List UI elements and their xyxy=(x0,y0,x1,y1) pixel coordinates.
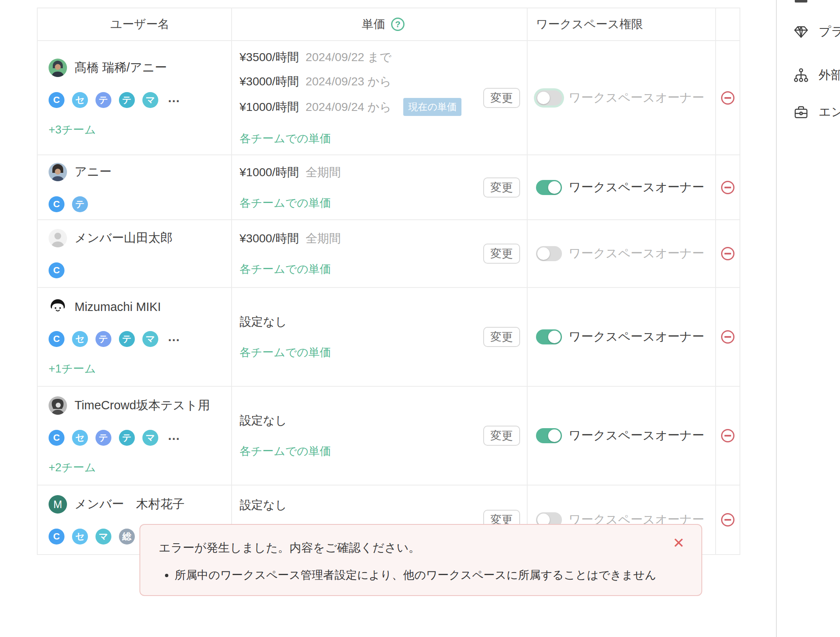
sidebar-item-enterprise[interactable]: エン xyxy=(793,104,840,121)
remove-user-icon[interactable] xyxy=(721,330,734,344)
actions-cell xyxy=(716,220,740,287)
change-rate-button[interactable]: 変更 xyxy=(483,426,520,446)
sidebar-divider xyxy=(776,0,777,637)
team-rate-link[interactable]: 各チームでの単価 xyxy=(240,444,527,459)
change-rate-button[interactable]: 変更 xyxy=(483,327,520,347)
avatar xyxy=(49,298,67,316)
more-badges-ellipsis[interactable]: … xyxy=(167,429,181,443)
user-name: メンバー山田太郎 xyxy=(75,230,173,247)
permission-cell: ワークスペースオーナー xyxy=(528,387,716,485)
toggle-knob xyxy=(548,181,561,194)
team-badge[interactable]: C xyxy=(49,92,64,108)
team-badge[interactable]: C xyxy=(49,196,64,212)
team-badge[interactable]: テ xyxy=(119,430,135,446)
team-badge-list: C テ xyxy=(49,196,231,212)
team-badge[interactable]: テ xyxy=(72,196,88,212)
user-name: メンバー 木村花子 xyxy=(75,496,185,513)
help-icon[interactable]: ? xyxy=(391,18,405,31)
user-cell: メンバー山田太郎 C xyxy=(38,220,232,287)
team-rate-link[interactable]: 各チームでの単価 xyxy=(240,345,527,360)
error-alert-item: 所属中のワークスペース管理者設定により、他のワークスペースに所属することはできま… xyxy=(175,568,683,583)
team-badge[interactable]: C xyxy=(49,262,64,278)
team-badge[interactable]: テ xyxy=(95,331,111,347)
error-alert-list: 所属中のワークスペース管理者設定により、他のワークスペースに所属することはできま… xyxy=(159,568,683,583)
remove-user-icon[interactable] xyxy=(721,513,734,527)
team-badge[interactable]: セ xyxy=(72,430,88,446)
col-header-actions xyxy=(716,8,740,40)
team-badge[interactable]: テ xyxy=(95,430,111,446)
remove-user-icon[interactable] xyxy=(721,247,734,260)
team-badge[interactable]: テ xyxy=(95,92,111,108)
table-header-row: ユーザー名 単価 ? ワークスペース権限 xyxy=(38,8,740,41)
change-rate-button[interactable]: 変更 xyxy=(483,88,520,108)
team-badge[interactable]: セ xyxy=(72,331,88,347)
team-badge[interactable]: C xyxy=(49,331,64,347)
team-badge[interactable]: マ xyxy=(142,331,158,347)
workspace-owner-toggle[interactable] xyxy=(536,246,562,261)
team-rate-link[interactable]: 各チームでの単価 xyxy=(240,262,527,277)
actions-cell xyxy=(716,155,740,219)
user-cell: 髙橋 瑞稀/アニー C セ テ テ マ … +3チーム xyxy=(38,41,232,154)
team-badge-list: C セ テ テ マ … xyxy=(49,92,231,108)
col-header-permission: ワークスペース権限 xyxy=(528,8,716,40)
rate-cell: ¥3000/時間全期間 各チームでの単価 変更 xyxy=(232,220,528,287)
user-name: アニー xyxy=(75,164,111,180)
toggle-knob xyxy=(537,92,550,104)
user-name: Mizumachi MIKI xyxy=(75,300,161,314)
remove-user-icon[interactable] xyxy=(721,91,734,105)
avatar: M xyxy=(49,495,67,514)
team-badge[interactable]: C xyxy=(49,529,64,545)
team-badge[interactable]: C xyxy=(49,430,64,446)
workspace-owner-toggle[interactable] xyxy=(536,90,562,105)
permission-cell: ワークスペースオーナー xyxy=(528,288,716,386)
team-badge[interactable]: テ xyxy=(119,331,135,347)
sidebar-item-plan[interactable]: プラ xyxy=(793,23,840,40)
team-rate-link[interactable]: 各チームでの単価 xyxy=(240,131,527,146)
team-rate-link[interactable]: 各チームでの単価 xyxy=(240,195,527,211)
permission-label: ワークスペースオーナー xyxy=(569,245,704,262)
permission-label: ワークスペースオーナー xyxy=(569,179,704,196)
team-badge[interactable]: テ xyxy=(119,92,135,108)
table-row: TimeCrowd坂本テスト用 C セ テ テ マ … +2チーム 設定なし 各… xyxy=(38,387,740,485)
rate-cell: ¥3500/時間2024/09/22 まで ¥3000/時間2024/09/23… xyxy=(232,41,528,154)
sidebar-item-label: 外部 xyxy=(819,67,840,84)
partial-top-icon xyxy=(795,0,807,3)
team-badge[interactable]: 総 xyxy=(119,529,135,545)
change-rate-button[interactable]: 変更 xyxy=(483,177,520,198)
team-badge[interactable]: セ xyxy=(72,529,88,545)
permission-label: ワークスペースオーナー xyxy=(569,427,704,444)
toggle-knob xyxy=(548,429,561,442)
team-badge[interactable]: マ xyxy=(142,92,158,108)
team-badge[interactable]: マ xyxy=(95,529,111,545)
avatar xyxy=(49,163,67,181)
col-header-user: ユーザー名 xyxy=(38,8,232,40)
remove-user-icon[interactable] xyxy=(721,429,734,442)
user-cell: TimeCrowd坂本テスト用 C セ テ テ マ … +2チーム xyxy=(38,387,232,485)
permission-cell: ワークスペースオーナー xyxy=(528,155,716,219)
error-alert: エラーが発生しました。内容をご確認ください。 ✕ 所属中のワークスペース管理者設… xyxy=(139,524,702,596)
permission-cell: ワークスペースオーナー xyxy=(528,41,716,154)
change-rate-button[interactable]: 変更 xyxy=(483,244,520,264)
avatar xyxy=(49,396,67,415)
team-badge-list: C セ テ テ マ … xyxy=(49,430,231,446)
workspace-owner-toggle[interactable] xyxy=(536,180,562,195)
extra-teams-link[interactable]: +3チーム xyxy=(49,122,231,137)
extra-teams-link[interactable]: +2チーム xyxy=(49,460,231,475)
rate-cell: ¥1000/時間全期間 各チームでの単価 変更 xyxy=(232,155,528,219)
rate-cell: 設定なし 各チームでの単価 変更 xyxy=(232,387,528,485)
col-header-rate: 単価 ? xyxy=(232,8,528,40)
close-icon[interactable]: ✕ xyxy=(673,536,685,550)
remove-user-icon[interactable] xyxy=(721,181,734,194)
workspace-owner-toggle[interactable] xyxy=(536,329,562,344)
extra-teams-link[interactable]: +1チーム xyxy=(49,361,231,376)
more-badges-ellipsis[interactable]: … xyxy=(167,91,181,105)
user-cell: Mizumachi MIKI C セ テ テ マ … +1チーム xyxy=(38,288,232,386)
sidebar-item-external[interactable]: 外部 xyxy=(793,67,840,84)
team-badge[interactable]: マ xyxy=(142,430,158,446)
plan-diamond-icon xyxy=(793,23,809,40)
team-badge[interactable]: セ xyxy=(72,92,88,108)
error-alert-title: エラーが発生しました。内容をご確認ください。 xyxy=(159,540,683,556)
workspace-owner-toggle[interactable] xyxy=(536,428,562,443)
sidebar-item-label: プラ xyxy=(819,23,840,40)
more-badges-ellipsis[interactable]: … xyxy=(167,330,181,344)
